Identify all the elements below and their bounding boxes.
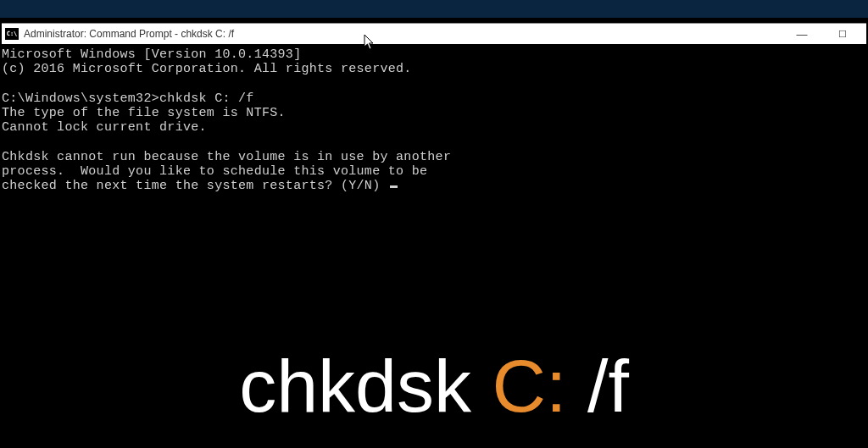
terminal-output[interactable]: Microsoft Windows [Version 10.0.14393] (… [2, 44, 866, 448]
terminal-line: The type of the file system is NTFS. [2, 106, 286, 120]
terminal-line: process. Would you like to schedule this… [2, 164, 427, 179]
titlebar[interactable]: C:\ Administrator: Command Prompt - chkd… [2, 24, 866, 44]
maximize-button[interactable]: ☐ [831, 24, 854, 44]
terminal-line: (c) 2016 Microsoft Corporation. All righ… [2, 62, 412, 76]
terminal-line: checked the next time the system restart… [2, 179, 388, 193]
titlebar-text: Administrator: Command Prompt - chkdsk C… [24, 28, 790, 40]
terminal-line: Cannot lock current drive. [2, 120, 207, 135]
terminal-line: Microsoft Windows [Version 10.0.14393] [2, 47, 301, 62]
terminal-line: C:\Windows\system32>chkdsk C: /f [2, 91, 254, 106]
terminal-line: Chkdsk cannot run because the volume is … [2, 150, 451, 164]
command-prompt-window: C:\ Administrator: Command Prompt - chkd… [2, 23, 866, 448]
cmd-icon: C:\ [5, 28, 19, 40]
minimize-button[interactable]: — [790, 24, 814, 44]
window-controls: — ☐ [790, 24, 854, 44]
terminal-cursor [390, 185, 398, 188]
